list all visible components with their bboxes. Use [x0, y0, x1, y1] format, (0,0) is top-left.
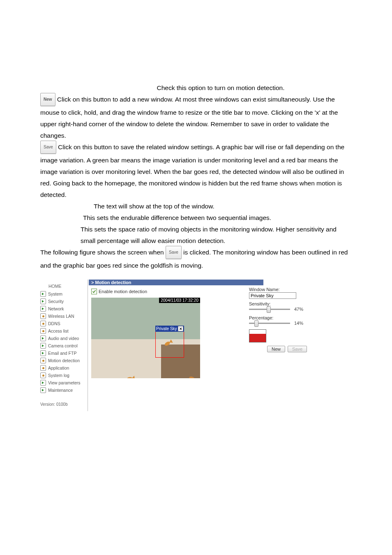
following-pre: The following figure shows the screen wh…: [40, 249, 166, 256]
new-button-paragraph: New Click on this button to add a new wi…: [40, 94, 352, 141]
sidebar-item-label: DDNS: [48, 321, 60, 326]
dot-icon: [40, 365, 46, 371]
percentage-value: 14%: [294, 321, 303, 326]
svg-marker-3: [42, 337, 44, 340]
arrow-right-icon: [40, 335, 46, 341]
content-panel: > Motion detection Enable motion detecti…: [89, 280, 263, 378]
arrow-right-icon: [40, 298, 46, 304]
sidebar-item-label: Email and FTP: [48, 351, 76, 356]
enable-option-desc: Check this option to turn on motion dete…: [40, 82, 352, 94]
sidebar-item-wireless-lan[interactable]: Wireless LAN: [39, 312, 87, 320]
window-name-label: Window Name:: [249, 287, 311, 292]
svg-point-12: [189, 376, 195, 378]
document-body: Check this option to turn on motion dete…: [40, 82, 352, 271]
dot-icon: [40, 372, 46, 378]
controls-panel: Window Name: Sensitivity: 47% Percentage…: [249, 287, 311, 352]
save-button-desc: Click on this button to save the related…: [40, 143, 344, 198]
sidebar-item-motion-detection[interactable]: Motion detection: [39, 357, 87, 364]
svg-marker-6: [42, 382, 44, 384]
sidebar-item-view-parameters[interactable]: View parameters: [39, 379, 87, 386]
sidebar-item-label: Camera control: [48, 343, 78, 348]
window-name-desc: The text will show at the top of the win…: [40, 201, 352, 212]
dot-icon: [40, 358, 46, 363]
svg-marker-1: [42, 300, 44, 303]
arrow-right-icon: [40, 350, 46, 356]
sidebar-item-label: System: [48, 291, 62, 296]
dot-icon: [40, 321, 46, 326]
window-name-input[interactable]: [249, 292, 296, 299]
sidebar-item-system-log[interactable]: System log: [39, 372, 87, 379]
enable-motion-checkbox[interactable]: [91, 289, 97, 294]
sidebar-item-label: Motion detection: [48, 358, 80, 363]
arrow-right-icon: [40, 291, 46, 297]
region-titlebar[interactable]: Private Sky ✕: [155, 326, 184, 332]
sidebar-item-email-and-ftp[interactable]: Email and FTP: [39, 349, 87, 357]
sensitivity-slider[interactable]: [249, 306, 290, 312]
percentage-slider[interactable]: [249, 320, 290, 326]
enable-motion-label: Enable motion detection: [99, 289, 147, 294]
sidebar-item-label: Security: [48, 299, 64, 304]
motion-meter: [249, 329, 266, 342]
new-button-desc: Click on this button to add a new window…: [40, 96, 338, 139]
enable-motion-row: Enable motion detection: [89, 285, 263, 298]
sidebar-item-label: Maintenance: [48, 388, 73, 393]
new-window-button[interactable]: New: [267, 346, 285, 352]
sidebar-item-label: Wireless LAN: [48, 314, 74, 319]
sidebar-item-maintenance[interactable]: Maintenance: [39, 386, 87, 394]
save-button-paragraph: Save Click on this button to save the re…: [40, 141, 352, 201]
percentage-desc: This sets the space ratio of moving obje…: [40, 224, 352, 247]
sidebar-item-label: Network: [48, 306, 64, 311]
new-button-inline[interactable]: New: [40, 93, 55, 106]
sidebar-item-label: System log: [48, 373, 69, 378]
sidebar-item-camera-control[interactable]: Camera control: [39, 342, 87, 349]
sidebar-item-system[interactable]: System: [39, 290, 87, 298]
svg-marker-0: [42, 293, 44, 295]
save-button-inline-2[interactable]: Save: [166, 246, 182, 259]
version-label: Version: 0100b: [39, 394, 87, 407]
sidebar-item-ddns[interactable]: DDNS: [39, 320, 87, 327]
video-timestamp: 2004/11/03 17:32:20: [159, 298, 200, 303]
sidebar-item-label: Audio and video: [48, 336, 79, 341]
sidebar-nav: HOME SystemSecurityNetworkWireless LANDD…: [39, 280, 87, 407]
video-preview: 2004/11/03 17:32:20 Private Sky ✕: [91, 298, 200, 378]
arrow-right-icon: [40, 343, 46, 349]
svg-marker-7: [42, 389, 44, 391]
nav-divider: [88, 280, 88, 411]
svg-marker-2: [42, 308, 44, 310]
save-settings-button[interactable]: Save: [288, 346, 307, 352]
close-icon[interactable]: ✕: [178, 326, 183, 331]
motion-detection-figure: HOME SystemSecurityNetworkWireless LANDD…: [39, 280, 263, 411]
dot-icon: [40, 313, 46, 319]
svg-point-8: [126, 377, 132, 378]
sidebar-item-access-list[interactable]: Access list: [39, 327, 87, 335]
sidebar-item-audio-and-video[interactable]: Audio and video: [39, 335, 87, 342]
panel-header: > Motion detection: [89, 280, 263, 285]
sidebar-item-label: Access list: [48, 328, 69, 333]
save-button-inline[interactable]: Save: [40, 141, 56, 154]
region-title-text: Private Sky: [156, 326, 177, 331]
sidebar-item-security[interactable]: Security: [39, 298, 87, 305]
dot-icon: [40, 328, 46, 334]
svg-marker-5: [42, 352, 44, 354]
sidebar-item-application[interactable]: Application: [39, 364, 87, 372]
sidebar-item-network[interactable]: Network: [39, 305, 87, 312]
following-figure-paragraph: The following figure shows the screen wh…: [40, 247, 352, 271]
percentage-label: Percentage:: [249, 315, 311, 320]
arrow-right-icon: [40, 306, 46, 312]
nav-home[interactable]: HOME: [39, 280, 87, 290]
sensitivity-value: 47%: [294, 307, 303, 312]
sensitivity-label: Sensitivity:: [249, 301, 311, 306]
arrow-right-icon: [40, 380, 46, 386]
sidebar-item-label: View parameters: [48, 380, 81, 385]
sensitivity-desc: This sets the endurable difference betwe…: [40, 212, 352, 224]
sidebar-item-label: Application: [48, 365, 69, 370]
svg-marker-4: [42, 345, 44, 347]
arrow-right-icon: [40, 387, 46, 393]
